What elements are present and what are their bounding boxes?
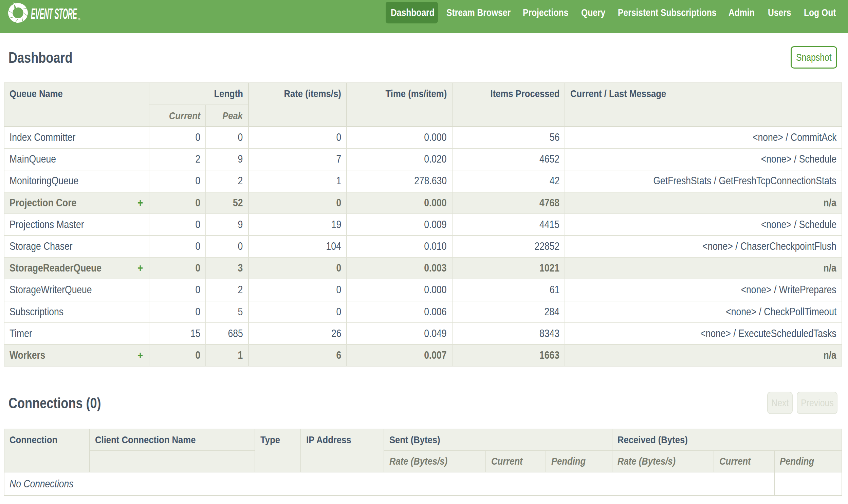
svg-text:EVENT STORE: EVENT STORE xyxy=(31,5,77,22)
svg-text:®: ® xyxy=(78,18,80,21)
